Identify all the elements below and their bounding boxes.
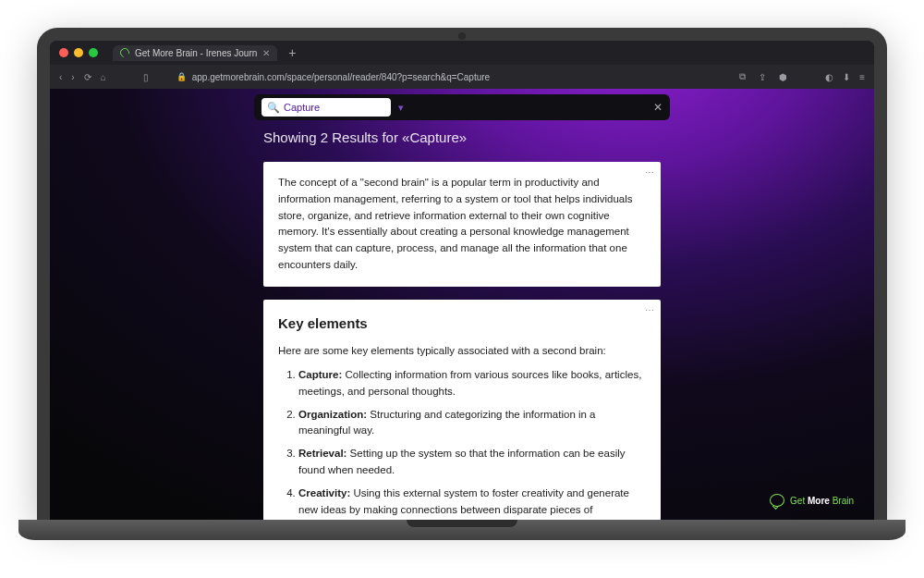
menu-icon[interactable]: ≡ (859, 72, 865, 82)
results-heading: Showing 2 Results for «Capture» (263, 129, 661, 145)
url-display[interactable]: 🔒 app.getmorebrain.com/space/personal/re… (176, 72, 490, 82)
zoom-window-button[interactable] (89, 48, 98, 57)
laptop-mockup: Get More Brain - Irenes Journ ✕ + ‹ › ⟳ … (37, 28, 887, 529)
filter-icon[interactable]: ▾ (398, 102, 404, 114)
results-area: Showing 2 Results for «Capture» ⋯ The co… (263, 129, 661, 520)
close-search-icon[interactable]: ✕ (653, 101, 663, 114)
shield-icon[interactable]: ⬢ (777, 72, 788, 82)
list-item: Organization: Structuring and categorizi… (298, 407, 646, 440)
brand-logo[interactable]: Get More Brain (770, 494, 854, 507)
back-button[interactable]: ‹ (59, 72, 62, 82)
brand-text: Get More Brain (790, 496, 854, 506)
reload-button[interactable]: ⟳ (84, 72, 91, 82)
extension-icon[interactable]: ◐ (825, 72, 833, 82)
search-bar-container: 🔍 Capture ▾ ✕ (254, 94, 670, 120)
close-tab-icon[interactable]: ✕ (262, 48, 270, 58)
camera-dot (458, 32, 466, 40)
share-icon[interactable]: ⇪ (757, 72, 768, 82)
brand-bubble-icon (770, 494, 784, 507)
page-content: 🔍 Capture ▾ ✕ Showing 2 Results for «Cap… (50, 89, 874, 520)
list-item: Capture: Collecting information from var… (298, 367, 646, 400)
card-1-text: The concept of a "second brain" is a pop… (278, 177, 633, 270)
tab-bar: Get More Brain - Irenes Journ ✕ + (50, 41, 874, 65)
search-icon: 🔍 (267, 102, 280, 114)
search-input[interactable]: 🔍 Capture (261, 98, 391, 117)
laptop-base-edge (18, 520, 906, 529)
laptop-notch (407, 520, 517, 527)
card-more-icon[interactable]: ⋯ (645, 166, 655, 180)
open-external-icon[interactable]: ⧉ (736, 71, 748, 82)
nav-buttons: ‹ › ⟳ ⌂ (59, 72, 106, 82)
forward-button[interactable]: › (71, 72, 74, 82)
laptop-base (18, 520, 906, 540)
window-controls (59, 48, 98, 57)
close-window-button[interactable] (59, 48, 68, 57)
lock-icon: 🔒 (176, 72, 187, 81)
url-text: app.getmorebrain.com/space/personal/read… (192, 72, 490, 82)
home-button[interactable]: ⌂ (101, 72, 106, 82)
search-query: Capture (284, 102, 320, 113)
card-2-heading: Key elements (278, 313, 646, 334)
browser-tab[interactable]: Get More Brain - Irenes Journ ✕ (113, 45, 277, 61)
minimize-window-button[interactable] (74, 48, 83, 57)
address-bar: ‹ › ⟳ ⌂ ▯ 🔒 app.getmorebrain.com/space/p… (50, 65, 874, 89)
card-2-intro: Here are some key elements typically ass… (278, 343, 646, 360)
screen: Get More Brain - Irenes Journ ✕ + ‹ › ⟳ … (50, 41, 874, 520)
bookmark-icon[interactable]: ▯ (143, 72, 149, 82)
tab-title: Get More Brain - Irenes Journ (135, 48, 257, 58)
list-item: Retrieval: Setting up the system so that… (298, 446, 646, 479)
key-elements-list: Capture: Collecting information from var… (278, 367, 646, 520)
new-tab-button[interactable]: + (283, 45, 301, 60)
list-item: Creativity: Using this external system t… (298, 486, 646, 520)
download-icon[interactable]: ⬇ (843, 72, 850, 82)
favicon-icon (118, 46, 131, 59)
result-card-1[interactable]: ⋯ The concept of a "second brain" is a p… (263, 162, 661, 287)
card-more-icon[interactable]: ⋯ (645, 303, 655, 318)
screen-bezel: Get More Brain - Irenes Journ ✕ + ‹ › ⟳ … (37, 28, 887, 520)
result-card-2[interactable]: ⋯ Key elements Here are some key element… (263, 300, 661, 520)
